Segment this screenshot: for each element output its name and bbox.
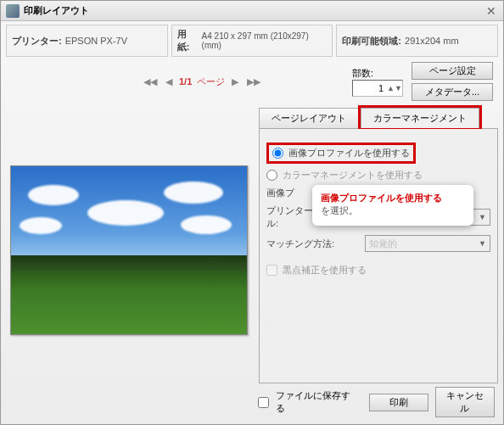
cancel-button[interactable]: キャンセル [435,387,495,417]
blackpoint-row[interactable]: 黒点補正を使用する [266,264,490,277]
blackpoint-checkbox[interactable] [266,265,277,276]
callout-line1: 画像プロファイルを使用する [321,192,465,204]
use-color-management-row[interactable]: カラーマネージメントを使用する [266,169,490,182]
footer: ファイルに保存する 印刷 キャンセル [1,387,503,417]
page-suffix: ページ [197,75,225,88]
color-panel: 画像プロファイルを使用する カラーマネージメントを使用する 画像プ プリンタープ… [259,129,498,383]
copies-input[interactable] [353,82,387,94]
pager: ◀◀ ◀ 1/1 ページ ▶ ▶▶ [142,75,262,89]
callout-line2: を選択。 [321,204,465,217]
printer-label: プリンター: [12,35,62,48]
copies-stepper[interactable]: ▲▼ [352,80,403,97]
preview-pane [6,108,252,393]
close-icon[interactable]: ✕ [484,4,498,18]
prev-page-icon[interactable]: ◀ [164,75,174,89]
paper-info: 用紙: A4 210 x 297 mm (210x297) (mm) [171,25,333,57]
next-page-icon[interactable]: ▶ [230,75,240,89]
use-color-management-radio[interactable] [266,170,277,181]
chevron-down-icon: ▼ [479,239,486,248]
page-setup-button[interactable]: ページ設定 [412,62,493,80]
matching-method-select[interactable]: 知覚的 ▼ [365,235,490,252]
titlebar: 印刷レイアウト ✕ [1,1,503,21]
use-image-profile-radio[interactable] [272,148,283,159]
paper-label: 用紙: [177,28,199,53]
matching-method-label: マッチング方法: [266,238,360,250]
printer-value: EPSON PX-7V [65,36,127,46]
save-to-file-checkbox[interactable] [258,397,269,408]
preview-image [10,165,248,335]
app-icon [6,4,20,18]
first-page-icon[interactable]: ◀◀ [142,75,159,89]
use-color-management-label: カラーマネージメントを使用する [283,169,423,182]
tooltip-callout: 画像プロファイルを使用する を選択。 [312,185,473,226]
tab-page-layout[interactable]: ページレイアウト [259,108,359,128]
metadata-button[interactable]: メタデータ... [412,83,493,101]
tabs: ページレイアウト カラーマネージメント [259,108,498,129]
area-value: 291x204 mm [405,36,459,46]
area-label: 印刷可能領域: [342,35,401,48]
page-count: 1/1 [179,76,192,87]
use-image-profile-label: 画像プロファイルを使用する [288,147,410,159]
tab-color-management[interactable]: カラーマネージメント [361,108,479,128]
paper-value: A4 210 x 297 mm (210x297) (mm) [202,31,328,50]
copies-group: 部数: ▲▼ [352,67,403,97]
blackpoint-label: 黒点補正を使用する [283,264,367,277]
matching-method-value: 知覚的 [369,238,397,250]
chevron-down-icon: ▼ [479,213,486,221]
copies-label: 部数: [352,67,373,80]
print-button[interactable]: 印刷 [369,394,428,411]
use-image-profile-row[interactable]: 画像プロファイルを使用する [266,143,416,164]
info-bar: プリンター: EPSON PX-7V 用紙: A4 210 x 297 mm (… [1,21,503,60]
printable-area-info: 印刷可能領域: 291x204 mm [336,25,498,57]
stepper-arrows-icon[interactable]: ▲▼ [387,84,402,92]
save-to-file-label: ファイルに保存する [276,389,356,415]
last-page-icon[interactable]: ▶▶ [245,75,262,89]
printer-info: プリンター: EPSON PX-7V [6,25,168,57]
window-title: 印刷レイアウト [24,4,484,17]
